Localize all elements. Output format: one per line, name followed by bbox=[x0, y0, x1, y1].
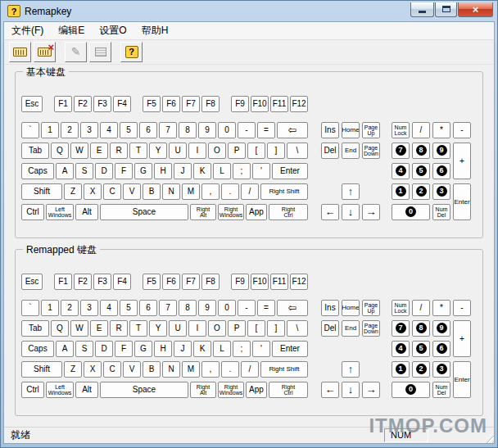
key-end[interactable]: End bbox=[342, 320, 360, 337]
key-right-windows[interactable]: RightWindows bbox=[218, 382, 244, 398]
key-f1[interactable]: F1 bbox=[54, 96, 72, 112]
key-right-alt[interactable]: RightAlt bbox=[190, 204, 216, 220]
key-np-7[interactable]: 7 bbox=[392, 320, 410, 337]
key-ctrl[interactable]: Ctrl bbox=[21, 204, 44, 220]
key-f9[interactable]: F9 bbox=[231, 96, 249, 112]
key-1[interactable]: 1 bbox=[41, 122, 59, 138]
key-arrow-left[interactable]: ← bbox=[321, 382, 339, 398]
key-f4[interactable]: F4 bbox=[113, 96, 131, 112]
menu-edit[interactable]: 编辑E bbox=[51, 22, 92, 39]
key-n[interactable]: N bbox=[162, 183, 180, 200]
menu-help[interactable]: 帮助H bbox=[134, 22, 176, 39]
key-f5[interactable]: F5 bbox=[143, 96, 161, 112]
key-home[interactable]: Home bbox=[342, 300, 360, 316]
key-g[interactable]: G bbox=[134, 163, 152, 179]
key-np-6[interactable]: 6 bbox=[432, 163, 450, 179]
key-o[interactable]: O bbox=[208, 143, 226, 159]
key-s[interactable]: S bbox=[75, 341, 93, 357]
key-e[interactable]: E bbox=[90, 143, 108, 159]
key-lbracket[interactable]: [ bbox=[247, 320, 265, 337]
key-np-5[interactable]: 5 bbox=[412, 341, 430, 357]
key-comma[interactable]: , bbox=[201, 361, 220, 378]
key-b[interactable]: B bbox=[143, 361, 161, 378]
key-np-5[interactable]: 5 bbox=[412, 163, 430, 179]
keyboard-button[interactable] bbox=[9, 42, 31, 62]
key-u[interactable]: U bbox=[169, 143, 187, 159]
key-backslash[interactable]: \ bbox=[287, 320, 308, 337]
key-l[interactable]: L bbox=[213, 341, 231, 357]
key-np-1[interactable]: 1 bbox=[392, 183, 410, 200]
preview-button[interactable] bbox=[89, 42, 111, 62]
key-shift[interactable]: Shift bbox=[21, 183, 62, 200]
key-6[interactable]: 6 bbox=[139, 300, 157, 316]
key-np-9[interactable]: 9 bbox=[432, 143, 450, 159]
key-comma[interactable]: , bbox=[201, 183, 220, 200]
key-apostrophe[interactable]: ' bbox=[252, 341, 270, 357]
key-minus[interactable]: - bbox=[238, 122, 256, 138]
close-button[interactable]: × bbox=[458, 2, 493, 17]
key-np-0[interactable]: 0 bbox=[392, 382, 430, 398]
title-bar[interactable]: ? Remapkey × bbox=[3, 1, 495, 21]
key-c[interactable]: C bbox=[103, 183, 121, 200]
key-d[interactable]: D bbox=[95, 163, 113, 179]
key-k[interactable]: K bbox=[193, 163, 211, 179]
key-arrow-right[interactable]: → bbox=[362, 204, 380, 220]
key-semicolon[interactable]: ; bbox=[233, 163, 251, 179]
key-app[interactable]: App bbox=[246, 204, 267, 220]
key-m[interactable]: M bbox=[182, 183, 200, 200]
key-backquote[interactable]: ` bbox=[21, 300, 39, 316]
key-ctrl[interactable]: Ctrl bbox=[21, 382, 44, 398]
key-enter[interactable]: Enter bbox=[272, 341, 308, 357]
key-rbracket[interactable]: ] bbox=[267, 143, 285, 159]
key-1[interactable]: 1 bbox=[41, 300, 59, 316]
key-3[interactable]: 3 bbox=[80, 300, 98, 316]
key-2[interactable]: 2 bbox=[61, 300, 79, 316]
key-page-down[interactable]: PageDown bbox=[362, 143, 380, 159]
key-enter[interactable]: Enter bbox=[272, 163, 308, 179]
key-minus[interactable]: - bbox=[238, 300, 256, 316]
key-z[interactable]: Z bbox=[64, 183, 82, 200]
key-shift[interactable]: Shift bbox=[21, 361, 62, 378]
key-7[interactable]: 7 bbox=[159, 300, 177, 316]
key-page-down[interactable]: PageDown bbox=[362, 320, 380, 337]
key-caps[interactable]: Caps bbox=[21, 163, 54, 179]
key-0[interactable]: 0 bbox=[218, 300, 236, 316]
key-period[interactable]: . bbox=[221, 183, 239, 200]
key-rbracket[interactable]: ] bbox=[267, 320, 285, 337]
key-backquote[interactable]: ` bbox=[21, 122, 39, 138]
key-backspace[interactable]: ⇦ bbox=[277, 122, 308, 138]
menu-options[interactable]: 设置O bbox=[92, 22, 134, 39]
key-f1[interactable]: F1 bbox=[54, 274, 72, 290]
key-f4[interactable]: F4 bbox=[113, 274, 131, 290]
key-p[interactable]: P bbox=[228, 143, 246, 159]
key-np-4[interactable]: 4 bbox=[392, 163, 410, 179]
key-right-shift[interactable]: Right Shift bbox=[260, 183, 308, 200]
key-page-up[interactable]: PageUp bbox=[362, 122, 380, 138]
key-a[interactable]: A bbox=[56, 163, 74, 179]
key-arrow-down[interactable]: ↓ bbox=[342, 204, 360, 220]
key-lbracket[interactable]: [ bbox=[247, 143, 265, 159]
help-button[interactable]: ? bbox=[120, 42, 143, 62]
key-x[interactable]: X bbox=[84, 361, 102, 378]
key-x[interactable]: X bbox=[84, 183, 102, 200]
key-f11[interactable]: F11 bbox=[270, 274, 288, 290]
key-alt[interactable]: Alt bbox=[75, 382, 98, 398]
key-8[interactable]: 8 bbox=[179, 300, 197, 316]
key-f6[interactable]: F6 bbox=[162, 274, 180, 290]
key-f6[interactable]: F6 bbox=[162, 96, 180, 112]
key-period[interactable]: . bbox=[221, 361, 239, 378]
key-o[interactable]: O bbox=[208, 320, 226, 337]
key-app[interactable]: App bbox=[246, 382, 267, 398]
key-arrow-up[interactable]: ↑ bbox=[342, 361, 360, 378]
key-b[interactable]: B bbox=[143, 183, 161, 200]
key-h[interactable]: H bbox=[154, 163, 172, 179]
key-z[interactable]: Z bbox=[64, 361, 82, 378]
key-6[interactable]: 6 bbox=[139, 122, 157, 138]
key-arrow-right[interactable]: → bbox=[362, 382, 380, 398]
key-s[interactable]: S bbox=[75, 163, 93, 179]
key-f9[interactable]: F9 bbox=[231, 274, 249, 290]
key-tab[interactable]: Tab bbox=[21, 320, 49, 337]
key-f2[interactable]: F2 bbox=[74, 274, 92, 290]
key-v[interactable]: V bbox=[123, 183, 141, 200]
key-np-9[interactable]: 9 bbox=[432, 320, 450, 337]
